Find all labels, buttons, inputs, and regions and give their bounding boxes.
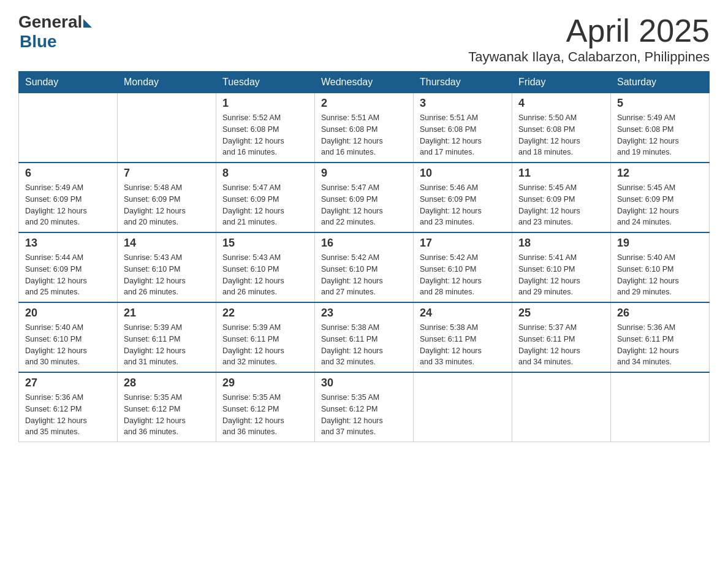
day-info: Sunrise: 5:38 AM Sunset: 6:11 PM Dayligh… — [321, 322, 407, 368]
weekday-header-friday: Friday — [512, 72, 611, 93]
day-info: Sunrise: 5:39 AM Sunset: 6:11 PM Dayligh… — [222, 322, 308, 368]
page-header: General Blue April 2025 Taywanak Ilaya, … — [18, 12, 710, 65]
day-number: 2 — [321, 97, 407, 110]
weekday-header-saturday: Saturday — [611, 72, 710, 93]
calendar-cell: 9Sunrise: 5:47 AM Sunset: 6:09 PM Daylig… — [315, 163, 414, 232]
calendar-week-row: 6Sunrise: 5:49 AM Sunset: 6:09 PM Daylig… — [19, 163, 710, 232]
weekday-header-monday: Monday — [118, 72, 216, 93]
calendar-week-row: 13Sunrise: 5:44 AM Sunset: 6:09 PM Dayli… — [19, 232, 710, 302]
day-number: 14 — [124, 237, 210, 250]
day-info: Sunrise: 5:47 AM Sunset: 6:09 PM Dayligh… — [321, 182, 407, 228]
calendar-week-row: 20Sunrise: 5:40 AM Sunset: 6:10 PM Dayli… — [19, 302, 710, 372]
calendar-cell: 8Sunrise: 5:47 AM Sunset: 6:09 PM Daylig… — [216, 163, 315, 232]
day-info: Sunrise: 5:35 AM Sunset: 6:12 PM Dayligh… — [222, 392, 308, 438]
day-info: Sunrise: 5:45 AM Sunset: 6:09 PM Dayligh… — [617, 182, 703, 228]
calendar-header-row: SundayMondayTuesdayWednesdayThursdayFrid… — [19, 72, 710, 93]
day-number: 20 — [25, 307, 111, 320]
calendar-cell: 12Sunrise: 5:45 AM Sunset: 6:09 PM Dayli… — [611, 163, 710, 232]
day-info: Sunrise: 5:41 AM Sunset: 6:10 PM Dayligh… — [518, 252, 604, 298]
day-info: Sunrise: 5:36 AM Sunset: 6:11 PM Dayligh… — [617, 322, 703, 368]
day-number: 19 — [617, 237, 703, 250]
calendar-cell: 26Sunrise: 5:36 AM Sunset: 6:11 PM Dayli… — [611, 302, 710, 372]
day-info: Sunrise: 5:38 AM Sunset: 6:11 PM Dayligh… — [420, 322, 506, 368]
calendar-week-row: 1Sunrise: 5:52 AM Sunset: 6:08 PM Daylig… — [19, 93, 710, 163]
day-number: 22 — [222, 307, 308, 320]
calendar-cell: 25Sunrise: 5:37 AM Sunset: 6:11 PM Dayli… — [512, 302, 611, 372]
day-info: Sunrise: 5:39 AM Sunset: 6:11 PM Dayligh… — [124, 322, 210, 368]
day-number: 13 — [25, 237, 111, 250]
day-number: 23 — [321, 307, 407, 320]
day-number: 5 — [617, 97, 703, 110]
calendar-cell — [118, 93, 216, 163]
day-info: Sunrise: 5:43 AM Sunset: 6:10 PM Dayligh… — [222, 252, 308, 298]
calendar-cell: 2Sunrise: 5:51 AM Sunset: 6:08 PM Daylig… — [315, 93, 414, 163]
day-info: Sunrise: 5:37 AM Sunset: 6:11 PM Dayligh… — [518, 322, 604, 368]
day-info: Sunrise: 5:35 AM Sunset: 6:12 PM Dayligh… — [321, 392, 407, 438]
day-info: Sunrise: 5:49 AM Sunset: 6:08 PM Dayligh… — [617, 112, 703, 158]
day-number: 26 — [617, 307, 703, 320]
day-number: 9 — [321, 167, 407, 180]
day-number: 18 — [518, 237, 604, 250]
calendar-cell: 16Sunrise: 5:42 AM Sunset: 6:10 PM Dayli… — [315, 232, 414, 302]
location-subtitle: Taywanak Ilaya, Calabarzon, Philippines — [468, 49, 710, 65]
calendar-cell — [19, 93, 118, 163]
calendar-cell: 11Sunrise: 5:45 AM Sunset: 6:09 PM Dayli… — [512, 163, 611, 232]
calendar-cell: 7Sunrise: 5:48 AM Sunset: 6:09 PM Daylig… — [118, 163, 216, 232]
calendar-cell: 27Sunrise: 5:36 AM Sunset: 6:12 PM Dayli… — [19, 372, 118, 442]
day-number: 11 — [518, 167, 604, 180]
day-info: Sunrise: 5:45 AM Sunset: 6:09 PM Dayligh… — [518, 182, 604, 228]
day-info: Sunrise: 5:36 AM Sunset: 6:12 PM Dayligh… — [25, 392, 111, 438]
calendar-cell: 24Sunrise: 5:38 AM Sunset: 6:11 PM Dayli… — [414, 302, 512, 372]
title-section: April 2025 Taywanak Ilaya, Calabarzon, P… — [468, 12, 710, 65]
calendar-cell: 22Sunrise: 5:39 AM Sunset: 6:11 PM Dayli… — [216, 302, 315, 372]
day-info: Sunrise: 5:47 AM Sunset: 6:09 PM Dayligh… — [222, 182, 308, 228]
day-info: Sunrise: 5:35 AM Sunset: 6:12 PM Dayligh… — [124, 392, 210, 438]
day-number: 25 — [518, 307, 604, 320]
calendar-cell: 28Sunrise: 5:35 AM Sunset: 6:12 PM Dayli… — [118, 372, 216, 442]
calendar-cell: 18Sunrise: 5:41 AM Sunset: 6:10 PM Dayli… — [512, 232, 611, 302]
calendar-cell: 15Sunrise: 5:43 AM Sunset: 6:10 PM Dayli… — [216, 232, 315, 302]
day-number: 24 — [420, 307, 506, 320]
day-number: 21 — [124, 307, 210, 320]
logo-arrow-icon — [83, 19, 92, 28]
day-info: Sunrise: 5:40 AM Sunset: 6:10 PM Dayligh… — [25, 322, 111, 368]
weekday-header-sunday: Sunday — [19, 72, 118, 93]
calendar-cell — [512, 372, 611, 442]
day-number: 30 — [321, 377, 407, 389]
calendar-cell: 17Sunrise: 5:42 AM Sunset: 6:10 PM Dayli… — [414, 232, 512, 302]
day-info: Sunrise: 5:42 AM Sunset: 6:10 PM Dayligh… — [321, 252, 407, 298]
calendar-cell — [414, 372, 512, 442]
calendar-cell: 20Sunrise: 5:40 AM Sunset: 6:10 PM Dayli… — [19, 302, 118, 372]
calendar-cell: 1Sunrise: 5:52 AM Sunset: 6:08 PM Daylig… — [216, 93, 315, 163]
calendar-cell: 4Sunrise: 5:50 AM Sunset: 6:08 PM Daylig… — [512, 93, 611, 163]
day-info: Sunrise: 5:50 AM Sunset: 6:08 PM Dayligh… — [518, 112, 604, 158]
calendar-cell: 3Sunrise: 5:51 AM Sunset: 6:08 PM Daylig… — [414, 93, 512, 163]
calendar-cell: 23Sunrise: 5:38 AM Sunset: 6:11 PM Dayli… — [315, 302, 414, 372]
calendar-cell: 14Sunrise: 5:43 AM Sunset: 6:10 PM Dayli… — [118, 232, 216, 302]
day-info: Sunrise: 5:51 AM Sunset: 6:08 PM Dayligh… — [321, 112, 407, 158]
day-number: 8 — [222, 167, 308, 180]
day-info: Sunrise: 5:44 AM Sunset: 6:09 PM Dayligh… — [25, 252, 111, 298]
day-number: 29 — [222, 377, 308, 389]
calendar-cell: 6Sunrise: 5:49 AM Sunset: 6:09 PM Daylig… — [19, 163, 118, 232]
day-number: 10 — [420, 167, 506, 180]
day-info: Sunrise: 5:42 AM Sunset: 6:10 PM Dayligh… — [420, 252, 506, 298]
calendar-week-row: 27Sunrise: 5:36 AM Sunset: 6:12 PM Dayli… — [19, 372, 710, 442]
day-number: 3 — [420, 97, 506, 110]
calendar-cell — [611, 372, 710, 442]
calendar-cell: 10Sunrise: 5:46 AM Sunset: 6:09 PM Dayli… — [414, 163, 512, 232]
calendar-cell: 30Sunrise: 5:35 AM Sunset: 6:12 PM Dayli… — [315, 372, 414, 442]
day-info: Sunrise: 5:43 AM Sunset: 6:10 PM Dayligh… — [124, 252, 210, 298]
day-number: 4 — [518, 97, 604, 110]
day-number: 27 — [25, 377, 111, 389]
day-number: 1 — [222, 97, 308, 110]
weekday-header-wednesday: Wednesday — [315, 72, 414, 93]
day-info: Sunrise: 5:49 AM Sunset: 6:09 PM Dayligh… — [25, 182, 111, 228]
day-info: Sunrise: 5:48 AM Sunset: 6:09 PM Dayligh… — [124, 182, 210, 228]
day-number: 17 — [420, 237, 506, 250]
day-number: 12 — [617, 167, 703, 180]
day-number: 16 — [321, 237, 407, 250]
calendar-cell: 21Sunrise: 5:39 AM Sunset: 6:11 PM Dayli… — [118, 302, 216, 372]
calendar-cell: 19Sunrise: 5:40 AM Sunset: 6:10 PM Dayli… — [611, 232, 710, 302]
day-number: 28 — [124, 377, 210, 389]
